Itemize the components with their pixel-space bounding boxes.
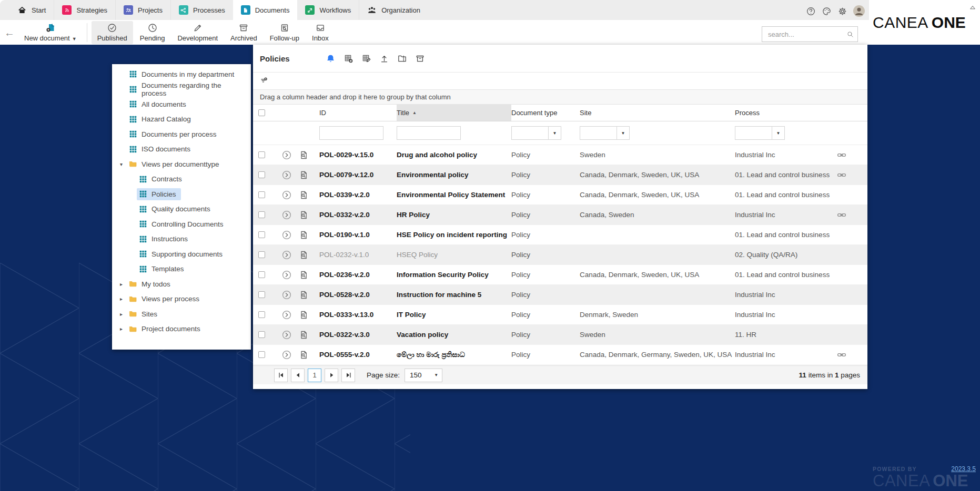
gear-icon[interactable]: [837, 6, 847, 16]
expand-row-icon[interactable]: [281, 330, 292, 340]
table-row[interactable]: POL-0029-v.15.0Drug and alcohol policyPo…: [253, 145, 867, 165]
sidebar-item-hazard-catalog[interactable]: Hazard Catalog: [112, 112, 251, 127]
preview-doc-icon[interactable]: [298, 170, 309, 180]
sidebar-item-documents-per-process[interactable]: Documents per process: [112, 127, 251, 142]
sidebar-item-project-documents[interactable]: ▸Project documents: [112, 322, 251, 337]
tab-organization[interactable]: Organization: [359, 0, 428, 20]
preview-doc-icon[interactable]: [298, 210, 309, 220]
row-checkbox[interactable]: [258, 171, 265, 178]
chevron-down-icon[interactable]: ▼: [548, 127, 561, 139]
row-checkbox[interactable]: [258, 271, 265, 278]
inbox-view-button[interactable]: Inbox: [306, 21, 335, 44]
link-icon[interactable]: [836, 150, 847, 160]
expand-row-icon[interactable]: [281, 290, 292, 300]
sidebar-item-controlling-documents[interactable]: Controlling Documents: [112, 217, 251, 232]
row-checkbox[interactable]: [258, 151, 265, 158]
published-view-button[interactable]: Published: [92, 21, 133, 44]
expand-row-icon[interactable]: [281, 230, 292, 240]
sidebar-item-contracts[interactable]: Contracts: [112, 172, 251, 187]
sidebar-item-templates[interactable]: Templates: [112, 262, 251, 277]
chevron-down-icon[interactable]: ▼: [772, 127, 784, 139]
tab-documents[interactable]: Documents: [233, 0, 298, 20]
row-checkbox[interactable]: [258, 311, 265, 318]
row-checkbox[interactable]: [258, 331, 265, 338]
upload-icon[interactable]: [379, 54, 389, 64]
row-checkbox[interactable]: [258, 191, 265, 198]
expand-row-icon[interactable]: [281, 250, 292, 260]
grid-add-icon[interactable]: [343, 54, 353, 64]
sidebar-item-quality-documents[interactable]: Quality documents: [112, 202, 251, 217]
link-icon[interactable]: [836, 170, 847, 180]
back-arrow-icon[interactable]: ←: [4, 27, 15, 38]
filter-clear-icon[interactable]: [260, 77, 268, 85]
sidebar-item-instructions[interactable]: Instructions: [112, 232, 251, 247]
archive-box-icon[interactable]: [415, 54, 425, 64]
expand-row-icon[interactable]: [281, 270, 292, 280]
preview-doc-icon[interactable]: [298, 270, 309, 280]
folder-move-icon[interactable]: [397, 54, 407, 64]
follow-up-view-button[interactable]: Follow-up: [264, 21, 305, 44]
column-header-title[interactable]: Title▲: [397, 105, 511, 121]
chevron-down-icon[interactable]: ▼: [617, 127, 629, 139]
tab-workflows[interactable]: Workflows: [297, 0, 359, 20]
preview-doc-icon[interactable]: [298, 190, 309, 200]
page-first-button[interactable]: [274, 369, 288, 382]
expand-row-icon[interactable]: [281, 170, 292, 180]
page-size-select[interactable]: 150 ▼: [405, 369, 442, 382]
preview-doc-icon[interactable]: [298, 330, 309, 340]
page-last-button[interactable]: [341, 369, 355, 382]
column-header-type[interactable]: Document type: [511, 109, 580, 117]
collapse-triangle-icon[interactable]: [969, 4, 976, 10]
table-row[interactable]: POL-0555-v.2.0මේලා හා මාරු ප්‍රතිසාධPoli…: [253, 345, 867, 365]
pending-view-button[interactable]: Pending: [134, 21, 171, 44]
preview-doc-icon[interactable]: [298, 150, 309, 160]
avatar[interactable]: [853, 5, 865, 17]
tab-start[interactable]: Start: [9, 0, 54, 20]
page-prev-button[interactable]: [291, 369, 305, 382]
preview-doc-icon[interactable]: [298, 310, 309, 320]
help-icon[interactable]: [806, 6, 816, 16]
preview-doc-icon[interactable]: [298, 290, 309, 300]
search-input[interactable]: [767, 30, 846, 39]
row-checkbox[interactable]: [258, 351, 265, 358]
bell-icon[interactable]: [326, 54, 336, 64]
sidebar-item-views-per-documenttype[interactable]: ▾Views per documenttype: [112, 157, 251, 172]
search-icon[interactable]: [846, 30, 854, 38]
link-icon[interactable]: [836, 350, 847, 360]
table-row[interactable]: POL-0339-v.2.0Environmental Policy State…: [253, 185, 867, 205]
filter-select-type[interactable]: ▼: [511, 126, 561, 140]
tab-projects[interactable]: Projects: [115, 0, 170, 20]
column-header-process[interactable]: Process: [735, 109, 836, 117]
sidebar-item-policies[interactable]: Policies: [112, 187, 251, 202]
table-row[interactable]: POL-0528-v.2.0Instruction for machine 5P…: [253, 285, 867, 305]
new-document-button[interactable]: New document▼: [18, 21, 83, 44]
column-header-site[interactable]: Site: [580, 109, 735, 117]
tab-strategies[interactable]: Strategies: [54, 0, 115, 20]
expand-row-icon[interactable]: [281, 310, 292, 320]
group-by-bar[interactable]: Drag a column header and drop it here to…: [253, 89, 867, 105]
table-row[interactable]: POL-0232-v.1.0HSEQ PolicyPolicy02. Quali…: [253, 245, 867, 265]
sidebar-item-documents-regarding-the-process[interactable]: Documents regarding the process: [112, 82, 251, 97]
sidebar-item-sites[interactable]: ▸Sites: [112, 306, 251, 322]
filter-select-process[interactable]: ▼: [735, 126, 785, 140]
preview-doc-icon[interactable]: [298, 350, 309, 360]
sidebar-item-iso-documents[interactable]: ISO documents: [112, 142, 251, 157]
select-all-checkbox[interactable]: [258, 109, 265, 116]
table-row[interactable]: POL-0079-v.12.0Environmental policyPolic…: [253, 165, 867, 185]
filter-input-title[interactable]: [397, 126, 461, 140]
expand-row-icon[interactable]: [281, 150, 292, 160]
row-checkbox[interactable]: [258, 231, 265, 238]
sidebar-item-my-todos[interactable]: ▸My todos: [112, 277, 251, 292]
table-row[interactable]: POL-0190-v.1.0HSE Policy on incident rep…: [253, 225, 867, 245]
table-row[interactable]: POL-0333-v.13.0IT PolicyPolicyDenmark, S…: [253, 305, 867, 325]
table-row[interactable]: POL-0322-v.3.0Vacation policyPolicySwede…: [253, 325, 867, 345]
link-icon[interactable]: [836, 210, 847, 220]
page-number-current[interactable]: 1: [308, 369, 321, 382]
table-row[interactable]: POL-0332-v.2.0HR PolicyPolicyCanada, Swe…: [253, 205, 867, 225]
page-next-button[interactable]: [325, 369, 338, 382]
filter-input-id[interactable]: [319, 126, 383, 140]
filter-select-site[interactable]: ▼: [580, 126, 630, 140]
row-checkbox[interactable]: [258, 211, 265, 218]
archived-view-button[interactable]: Archived: [225, 21, 263, 44]
row-checkbox[interactable]: [258, 251, 265, 258]
